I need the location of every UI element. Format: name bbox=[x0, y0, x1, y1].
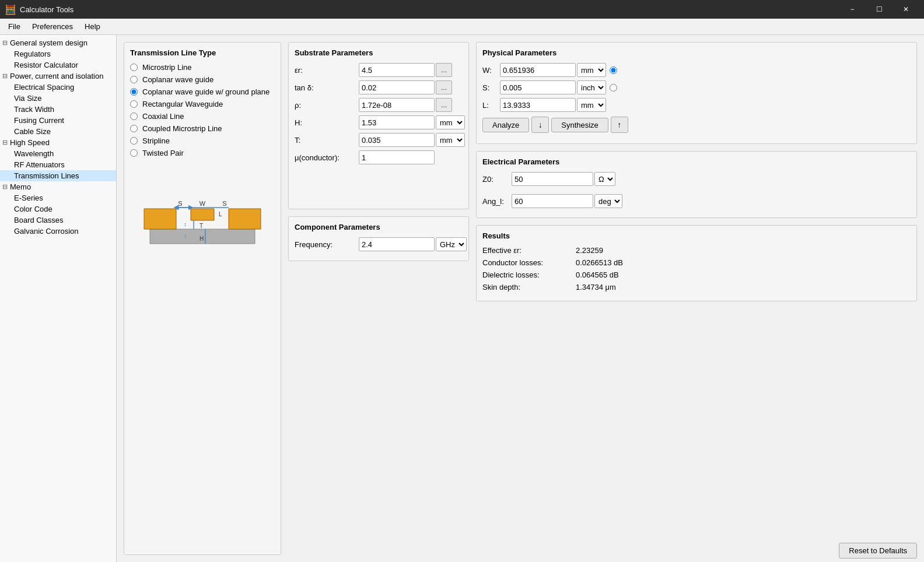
electrical-z0-unit[interactable]: Ω bbox=[594, 172, 615, 186]
transmission-line-panel: Transmission Line Type Microstrip Line C… bbox=[124, 42, 281, 555]
physical-s-row: S: mminchmil bbox=[482, 80, 911, 94]
radio-coupled-microstrip-input[interactable] bbox=[130, 125, 138, 132]
sidebar: ⊟ General system design Regulators Resis… bbox=[0, 35, 117, 562]
physical-s-input[interactable] bbox=[500, 80, 576, 94]
result-eff-er-label: Effective εr: bbox=[482, 246, 576, 255]
physical-s-unit[interactable]: mminchmil bbox=[577, 80, 606, 94]
radio-coplanar-ground-input[interactable] bbox=[130, 88, 138, 96]
svg-text:L: L bbox=[219, 211, 222, 217]
substrate-mu-input[interactable] bbox=[359, 150, 435, 164]
svg-marker-3 bbox=[144, 209, 176, 229]
results-title: Results bbox=[482, 231, 911, 240]
electrical-z0-input[interactable] bbox=[512, 172, 593, 186]
sidebar-item-color-code[interactable]: Color Code bbox=[0, 203, 116, 215]
sidebar-item-electrical-spacing[interactable]: Electrical Spacing bbox=[0, 82, 116, 93]
reset-defaults-button[interactable]: Reset to Defaults bbox=[839, 543, 917, 559]
radio-coplanar-ground[interactable]: Coplanar wave guide w/ ground plane bbox=[130, 87, 275, 96]
sidebar-item-cable-size[interactable]: Cable Size bbox=[0, 126, 116, 137]
result-skin-depth-row: Skin depth: 1.34734 μm bbox=[482, 283, 911, 291]
radio-microstrip[interactable]: Microstrip Line bbox=[130, 63, 275, 72]
menubar: File Preferences Help bbox=[0, 19, 924, 35]
sidebar-item-regulators[interactable]: Regulators bbox=[0, 48, 116, 59]
component-panel: Component Parameters Frequency: GHzMHzkH… bbox=[288, 216, 469, 261]
sidebar-item-rf-attenuators[interactable]: RF Attenuators bbox=[0, 159, 116, 170]
app-title: Calculator Tools bbox=[20, 5, 839, 14]
analyze-button[interactable]: Analyze bbox=[482, 118, 529, 132]
physical-title: Physical Parameters bbox=[482, 48, 911, 57]
sidebar-item-board-classes[interactable]: Board Classes bbox=[0, 215, 116, 226]
result-conductor-losses-label: Conductor losses: bbox=[482, 258, 576, 267]
sidebar-section-highspeed[interactable]: ⊟ High Speed bbox=[0, 137, 116, 148]
substrate-rho-input[interactable] bbox=[359, 98, 435, 112]
sidebar-item-fusing-current[interactable]: Fusing Current bbox=[0, 115, 116, 126]
substrate-tand-btn[interactable]: … bbox=[436, 80, 452, 94]
substrate-h-input[interactable] bbox=[359, 115, 435, 129]
substrate-er-row: εr: … bbox=[295, 63, 463, 77]
up-arrow-button[interactable]: ↑ bbox=[611, 117, 628, 133]
sidebar-item-e-series[interactable]: E-Series bbox=[0, 192, 116, 203]
component-freq-input[interactable] bbox=[359, 237, 435, 251]
svg-marker-5 bbox=[191, 209, 214, 220]
physical-s-radio[interactable] bbox=[610, 84, 617, 92]
result-skin-depth-label: Skin depth: bbox=[482, 283, 576, 291]
sidebar-section-general[interactable]: ⊟ General system design bbox=[0, 37, 116, 48]
physical-w-input[interactable] bbox=[500, 63, 576, 77]
radio-rectangular[interactable]: Rectangular Waveguide bbox=[130, 100, 275, 108]
diagram-area: S W S T H bbox=[130, 162, 275, 255]
menu-file[interactable]: File bbox=[2, 20, 26, 33]
maximize-button[interactable]: ☐ bbox=[866, 0, 892, 19]
substrate-t-input[interactable] bbox=[359, 133, 435, 147]
result-dielectric-losses-value: 0.064565 dB bbox=[576, 271, 619, 279]
right-panel: Physical Parameters W: mminchmil S: mmin… bbox=[476, 42, 917, 555]
radio-coaxial[interactable]: Coaxial Line bbox=[130, 112, 275, 121]
sidebar-item-wavelength[interactable]: Wavelength bbox=[0, 148, 116, 159]
titlebar: 🧮 Calculator Tools − ☐ ✕ bbox=[0, 0, 924, 19]
electrical-z0-row: Z0: Ω bbox=[482, 172, 911, 186]
substrate-t-label: T: bbox=[295, 136, 359, 145]
sidebar-item-via-size[interactable]: Via Size bbox=[0, 93, 116, 104]
svg-text:↕: ↕ bbox=[184, 233, 187, 239]
physical-l-input[interactable] bbox=[500, 98, 576, 112]
svg-marker-4 bbox=[229, 209, 261, 229]
physical-s-label: S: bbox=[482, 83, 500, 92]
radio-twisted-pair[interactable]: Twisted Pair bbox=[130, 149, 275, 157]
component-freq-unit[interactable]: GHzMHzkHzHz bbox=[436, 237, 467, 251]
action-row: Analyze ↓ Synthesize ↑ bbox=[482, 117, 911, 133]
synthesize-button[interactable]: Synthesize bbox=[551, 118, 608, 132]
radio-rectangular-input[interactable] bbox=[130, 100, 138, 108]
radio-coplanar[interactable]: Coplanar wave guide bbox=[130, 75, 275, 84]
menu-preferences[interactable]: Preferences bbox=[26, 20, 79, 33]
sidebar-item-galvanic-corrosion[interactable]: Galvanic Corrosion bbox=[0, 226, 116, 237]
radio-stripline-input[interactable] bbox=[130, 137, 138, 145]
electrical-angl-input[interactable] bbox=[512, 194, 593, 208]
radio-coupled-microstrip[interactable]: Coupled Microstrip Line bbox=[130, 124, 275, 133]
sidebar-item-resistor-calculator[interactable]: Resistor Calculator bbox=[0, 59, 116, 71]
svg-text:W: W bbox=[200, 200, 206, 207]
physical-w-radio[interactable] bbox=[610, 66, 617, 74]
radio-microstrip-input[interactable] bbox=[130, 64, 138, 71]
sidebar-section-memo[interactable]: ⊟ Memo bbox=[0, 181, 116, 192]
content-area: Transmission Line Type Microstrip Line C… bbox=[117, 35, 924, 562]
menu-help[interactable]: Help bbox=[79, 20, 106, 33]
radio-twisted-pair-input[interactable] bbox=[130, 149, 138, 157]
electrical-angl-unit[interactable]: degrad bbox=[594, 194, 622, 208]
sidebar-item-track-width[interactable]: Track Width bbox=[0, 104, 116, 115]
down-arrow-button[interactable]: ↓ bbox=[531, 117, 549, 133]
sidebar-item-transmission-lines[interactable]: Transmission Lines bbox=[0, 170, 116, 181]
substrate-rho-btn[interactable]: … bbox=[436, 98, 452, 112]
radio-coplanar-input[interactable] bbox=[130, 76, 138, 83]
minimize-button[interactable]: − bbox=[839, 0, 866, 19]
substrate-tand-input[interactable] bbox=[359, 80, 435, 94]
physical-l-unit[interactable]: mminchmil bbox=[577, 98, 606, 112]
sidebar-section-power[interactable]: ⊟ Power, current and isolation bbox=[0, 71, 116, 82]
substrate-h-unit[interactable]: mminchmil bbox=[436, 115, 465, 129]
substrate-er-input[interactable] bbox=[359, 63, 435, 77]
substrate-er-btn[interactable]: … bbox=[436, 63, 452, 77]
substrate-t-unit[interactable]: mminchmil bbox=[436, 133, 465, 147]
physical-w-unit[interactable]: mminchmil bbox=[577, 63, 606, 77]
radio-coaxial-input[interactable] bbox=[130, 113, 138, 120]
main-app: ⊟ General system design Regulators Resis… bbox=[0, 35, 924, 562]
close-button[interactable]: ✕ bbox=[892, 0, 919, 19]
radio-stripline[interactable]: Stripline bbox=[130, 136, 275, 145]
substrate-panel: Substrate Parameters εr: … tan δ: … ρ: … bbox=[288, 42, 469, 209]
